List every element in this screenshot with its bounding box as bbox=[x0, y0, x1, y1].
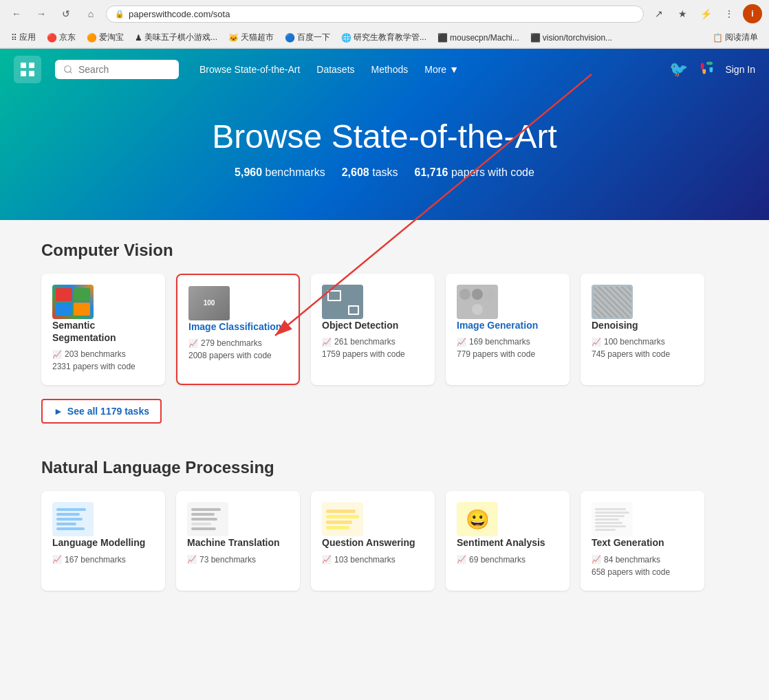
chart-icon-2: 📈 bbox=[188, 339, 198, 348]
cv-card-object-det[interactable]: Object Detection 📈 261 benchmarks 1759 p… bbox=[311, 274, 435, 385]
qa-thumbnail bbox=[322, 502, 363, 536]
chart-icon-7: 📈 bbox=[187, 555, 197, 564]
nlp-card-machine-trans[interactable]: Machine Translation 📈 73 benchmarks bbox=[176, 491, 300, 590]
bookmark-github1-label: mousecpn/Machi... bbox=[450, 33, 519, 43]
nav-actions: ↗ ★ ⚡ ⋮ i bbox=[649, 4, 762, 23]
image-class-papers: 2008 papers with code bbox=[188, 351, 288, 360]
cv-card-image-gen[interactable]: Image Generation 📈 169 benchmarks 779 pa… bbox=[446, 274, 570, 385]
github1-icon: ⬛ bbox=[437, 33, 448, 43]
more-link[interactable]: More ▼ bbox=[424, 64, 459, 75]
tmall-icon: 🐱 bbox=[228, 33, 239, 43]
bookmark-game[interactable]: ♟ 美味五子棋小游戏... bbox=[131, 30, 221, 45]
bookmark-readlist-label: 阅读清单 bbox=[725, 32, 758, 43]
search-input[interactable] bbox=[78, 64, 168, 75]
image-class-benchmarks: 📈 279 benchmarks bbox=[188, 338, 288, 348]
bookmark-button[interactable]: ★ bbox=[673, 4, 692, 23]
browse-link[interactable]: Browse State-of-the-Art bbox=[199, 64, 300, 75]
benchmarks-stat: 5,960 benchmarks bbox=[235, 166, 325, 179]
hero-stats: 5,960 benchmarks 2,608 tasks 61,716 pape… bbox=[14, 166, 755, 179]
chart-icon: 📈 bbox=[52, 350, 62, 359]
extensions-button[interactable]: ⚡ bbox=[696, 4, 715, 23]
bookmark-readlist[interactable]: 📋 阅读清单 bbox=[708, 30, 762, 45]
sentiment-thumbnail: 😀 bbox=[457, 502, 498, 536]
bookmark-taobao-label: 爱淘宝 bbox=[99, 32, 124, 43]
datasets-link[interactable]: Datasets bbox=[316, 64, 354, 75]
nlp-section-title: Natural Language Processing bbox=[41, 458, 728, 477]
nlp-card-sentiment[interactable]: 😀 Sentiment Analysis 📈 69 benchmarks bbox=[446, 491, 570, 590]
sentiment-title: Sentiment Analysis bbox=[457, 536, 559, 549]
chart-icon-3: 📈 bbox=[322, 338, 332, 347]
bookmark-taobao[interactable]: 🟠 爱淘宝 bbox=[83, 30, 128, 45]
forward-button[interactable]: → bbox=[32, 4, 51, 23]
slack-icon[interactable] bbox=[699, 60, 714, 79]
nlp-cards-row: Language Modelling 📈 167 benchmarks Mach… bbox=[41, 491, 728, 590]
bookmark-baidu[interactable]: 🔵 百度一下 bbox=[281, 30, 334, 45]
page-content: Computer Vision bbox=[0, 220, 769, 598]
nlp-card-text-gen[interactable]: Text Generation 📈 84 benchmarks 658 pape… bbox=[581, 491, 704, 590]
image-gen-thumbnail bbox=[457, 285, 498, 319]
profile-avatar[interactable]: i bbox=[743, 4, 762, 23]
edu-icon: 🌐 bbox=[341, 33, 351, 43]
github2-icon: ⬛ bbox=[530, 33, 541, 43]
cv-card-denoising[interactable]: Denoising 📈 100 benchmarks 745 papers wi… bbox=[581, 274, 704, 385]
bookmark-edu[interactable]: 🌐 研究生教育教学管... bbox=[337, 30, 431, 45]
chart-icon-4: 📈 bbox=[457, 338, 466, 347]
nlp-card-qa[interactable]: Question Answering 📈 103 benchmarks bbox=[311, 491, 435, 590]
object-det-papers: 1759 papers with code bbox=[322, 349, 424, 359]
cv-cards-row: Semantic Segmentation 📈 203 benchmarks 2… bbox=[41, 274, 728, 385]
bookmark-github2[interactable]: ⬛ vision/torchvision... bbox=[526, 32, 616, 44]
svg-rect-2 bbox=[21, 71, 26, 76]
bookmark-baidu-label: 百度一下 bbox=[297, 32, 330, 43]
lock-icon: 🔒 bbox=[115, 10, 124, 19]
twitter-icon[interactable]: 🐦 bbox=[669, 61, 688, 78]
semantic-seg-title: Semantic Segmentation bbox=[52, 319, 154, 344]
chevron-down-icon: ▼ bbox=[449, 64, 459, 75]
hero-section: Browse State-of-the-Art 5,960 benchmarks… bbox=[0, 90, 769, 220]
menu-button[interactable]: ⋮ bbox=[719, 4, 739, 23]
lang-model-benchmarks: 📈 167 benchmarks bbox=[52, 555, 154, 565]
nav-links: Browse State-of-the-Art Datasets Methods… bbox=[199, 64, 459, 75]
bookmark-github1[interactable]: ⬛ mousecpn/Machi... bbox=[433, 32, 523, 44]
annotation-container: Semantic Segmentation 📈 203 benchmarks 2… bbox=[41, 274, 728, 385]
denoising-thumbnail bbox=[592, 285, 633, 319]
text-gen-thumbnail bbox=[592, 502, 633, 536]
top-nav: Browse State-of-the-Art Datasets Methods… bbox=[0, 49, 769, 90]
machine-trans-thumbnail bbox=[187, 502, 228, 536]
object-det-thumbnail bbox=[322, 285, 363, 319]
denoising-benchmarks: 📈 100 benchmarks bbox=[592, 337, 693, 347]
cv-card-image-class[interactable]: 100 Image Classification 📈 279 benchmark… bbox=[176, 274, 300, 385]
browser-nav: ← → ↺ ⌂ 🔒 paperswithcode.com/sota ↗ ★ ⚡ … bbox=[0, 0, 769, 28]
bookmark-jd-label: 京东 bbox=[59, 32, 76, 43]
nlp-card-lang-model[interactable]: Language Modelling 📈 167 benchmarks bbox=[41, 491, 165, 590]
bookmark-tmall[interactable]: 🐱 天猫超市 bbox=[224, 30, 278, 45]
see-all-cv-button[interactable]: ► See all 1179 tasks bbox=[41, 399, 162, 424]
back-button[interactable]: ← bbox=[7, 4, 26, 23]
lang-model-title: Language Modelling bbox=[52, 536, 154, 549]
taobao-icon: 🟠 bbox=[87, 33, 97, 43]
cv-section-title: Computer Vision bbox=[41, 241, 728, 260]
cv-card-semantic-seg[interactable]: Semantic Segmentation 📈 203 benchmarks 2… bbox=[41, 274, 165, 385]
chart-icon-5: 📈 bbox=[592, 338, 601, 347]
game-icon: ♟ bbox=[135, 33, 142, 43]
qa-title: Question Answering bbox=[322, 536, 424, 549]
bookmark-apps[interactable]: ⠿ 应用 bbox=[7, 30, 40, 45]
address-bar[interactable]: 🔒 paperswithcode.com/sota bbox=[106, 6, 644, 23]
site-logo[interactable] bbox=[14, 56, 41, 83]
sentiment-benchmarks: 📈 69 benchmarks bbox=[457, 555, 559, 565]
sign-in-button[interactable]: Sign In bbox=[725, 64, 755, 75]
image-class-thumbnail: 100 bbox=[188, 286, 230, 320]
object-det-title: Object Detection bbox=[322, 319, 424, 331]
chart-icon-10: 📈 bbox=[592, 555, 601, 564]
bookmark-game-label: 美味五子棋小游戏... bbox=[144, 32, 217, 43]
url-text: paperswithcode.com/sota bbox=[129, 9, 230, 19]
share-button[interactable]: ↗ bbox=[649, 4, 669, 23]
browser-chrome: ← → ↺ ⌂ 🔒 paperswithcode.com/sota ↗ ★ ⚡ … bbox=[0, 0, 769, 49]
svg-point-4 bbox=[65, 66, 71, 72]
home-button[interactable]: ⌂ bbox=[81, 4, 100, 23]
search-box[interactable] bbox=[55, 60, 179, 79]
methods-link[interactable]: Methods bbox=[371, 64, 409, 75]
refresh-button[interactable]: ↺ bbox=[56, 4, 76, 23]
svg-rect-3 bbox=[29, 71, 34, 76]
bookmark-jd[interactable]: 🔴 京东 bbox=[43, 30, 80, 45]
chart-icon-9: 📈 bbox=[457, 555, 466, 564]
